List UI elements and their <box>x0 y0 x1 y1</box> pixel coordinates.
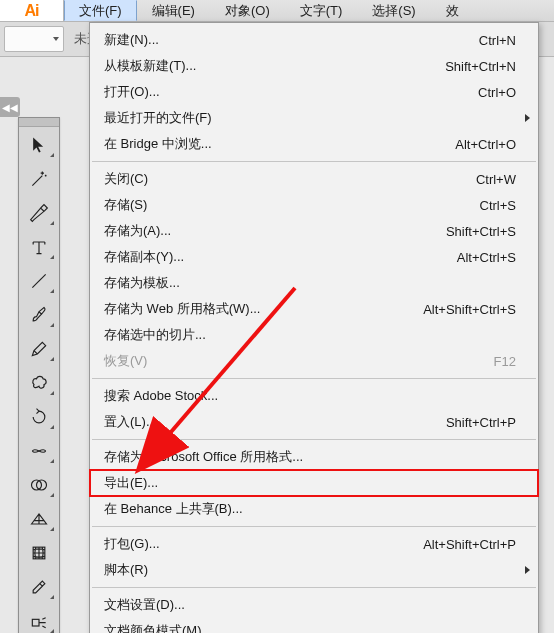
menu-item[interactable]: 文档颜色模式(M) <box>90 618 538 633</box>
menu-item-label: 存储(S) <box>104 196 480 214</box>
eyedropper-tool[interactable] <box>20 570 58 603</box>
line-tool[interactable] <box>20 264 58 297</box>
shape-builder-tool[interactable] <box>20 468 58 501</box>
panel-collapse-tab[interactable]: ◀◀ <box>0 97 20 117</box>
menu-item-label: 存储副本(Y)... <box>104 248 457 266</box>
menubar-item[interactable]: 效 <box>431 0 474 21</box>
menu-item[interactable]: 置入(L)...Shift+Ctrl+P <box>90 409 538 435</box>
collapse-glyph: ◀◀ <box>2 102 18 113</box>
menu-item[interactable]: 新建(N)...Ctrl+N <box>90 27 538 53</box>
menu-item-label: 搜索 Adobe Stock... <box>104 387 516 405</box>
menu-item-label: 文档设置(D)... <box>104 596 516 614</box>
menu-separator <box>92 378 536 379</box>
menu-item-shortcut: Alt+Shift+Ctrl+S <box>423 302 516 317</box>
menu-item-label: 存储为模板... <box>104 274 516 292</box>
menu-item[interactable]: 打开(O)...Ctrl+O <box>90 79 538 105</box>
mesh-tool[interactable] <box>20 536 58 569</box>
menu-item-label: 脚本(R) <box>104 561 516 579</box>
blob-brush-tool[interactable] <box>20 366 58 399</box>
menu-item-label: 在 Behance 上共享(B)... <box>104 500 516 518</box>
menu-separator <box>92 526 536 527</box>
rotate-tool[interactable] <box>20 400 58 433</box>
menu-item[interactable]: 从模板新建(T)...Shift+Ctrl+N <box>90 53 538 79</box>
menubar-item[interactable]: 编辑(E) <box>137 0 210 21</box>
menu-item-label: 存储为 Web 所用格式(W)... <box>104 300 423 318</box>
menu-item-label: 文档颜色模式(M) <box>104 622 516 633</box>
menu-separator <box>92 439 536 440</box>
menu-item[interactable]: 搜索 Adobe Stock... <box>90 383 538 409</box>
pencil-tool[interactable] <box>20 332 58 365</box>
menu-item[interactable]: 存储为(A)...Shift+Ctrl+S <box>90 218 538 244</box>
menubar: Ai 文件(F)编辑(E)对象(O)文字(T)选择(S)效 <box>0 0 554 22</box>
menu-item-label: 存储为 Microsoft Office 所用格式... <box>104 448 516 466</box>
menu-item-shortcut: Ctrl+W <box>476 172 516 187</box>
magic-wand-tool[interactable] <box>20 162 58 195</box>
menu-item-shortcut: Shift+Ctrl+N <box>445 59 516 74</box>
menu-item-label: 关闭(C) <box>104 170 476 188</box>
menu-item-label: 导出(E)... <box>104 474 516 492</box>
control-dropdown[interactable] <box>4 26 64 52</box>
app-logo: Ai <box>0 0 64 21</box>
menu-item-label: 在 Bridge 中浏览... <box>104 135 455 153</box>
submenu-arrow-icon <box>525 566 530 574</box>
menu-item-shortcut: Alt+Ctrl+O <box>455 137 516 152</box>
svg-rect-3 <box>32 619 39 626</box>
menu-item-shortcut: Alt+Shift+Ctrl+P <box>423 537 516 552</box>
menubar-item[interactable]: 选择(S) <box>357 0 430 21</box>
perspective-grid-tool[interactable] <box>20 502 58 535</box>
menu-item[interactable]: 文档设置(D)... <box>90 592 538 618</box>
pen-tool[interactable] <box>20 196 58 229</box>
menu-item-label: 存储为(A)... <box>104 222 446 240</box>
menu-separator <box>92 161 536 162</box>
menu-item[interactable]: 脚本(R) <box>90 557 538 583</box>
tools-panel <box>18 117 60 633</box>
menu-item-label: 置入(L)... <box>104 413 446 431</box>
menu-item: 恢复(V)F12 <box>90 348 538 374</box>
menu-item-label: 存储选中的切片... <box>104 326 516 344</box>
menu-item-shortcut: Ctrl+O <box>478 85 516 100</box>
menu-item[interactable]: 导出(E)... <box>90 470 538 496</box>
menu-item-shortcut: Alt+Ctrl+S <box>457 250 516 265</box>
menu-item-shortcut: Shift+Ctrl+P <box>446 415 516 430</box>
menu-item-label: 打包(G)... <box>104 535 423 553</box>
selection-tool[interactable] <box>20 128 58 161</box>
menu-item-shortcut: Ctrl+S <box>480 198 516 213</box>
menu-item[interactable]: 存储为 Web 所用格式(W)...Alt+Shift+Ctrl+S <box>90 296 538 322</box>
menu-item[interactable]: 在 Bridge 中浏览...Alt+Ctrl+O <box>90 131 538 157</box>
type-tool[interactable] <box>20 230 58 263</box>
menu-item-label: 打开(O)... <box>104 83 478 101</box>
menu-item-shortcut: Shift+Ctrl+S <box>446 224 516 239</box>
menu-item[interactable]: 存储副本(Y)...Alt+Ctrl+S <box>90 244 538 270</box>
menu-item[interactable]: 在 Behance 上共享(B)... <box>90 496 538 522</box>
menu-item-label: 恢复(V) <box>104 352 494 370</box>
menubar-item[interactable]: 对象(O) <box>210 0 285 21</box>
paintbrush-tool[interactable] <box>20 298 58 331</box>
menubar-item[interactable]: 文字(T) <box>285 0 358 21</box>
menu-item[interactable]: 存储选中的切片... <box>90 322 538 348</box>
tools-grip[interactable] <box>19 118 59 127</box>
menu-separator <box>92 587 536 588</box>
menu-item[interactable]: 存储为模板... <box>90 270 538 296</box>
menu-item-label: 从模板新建(T)... <box>104 57 445 75</box>
menu-item-shortcut: F12 <box>494 354 516 369</box>
menu-item-label: 新建(N)... <box>104 31 479 49</box>
menu-item[interactable]: 关闭(C)Ctrl+W <box>90 166 538 192</box>
menubar-item[interactable]: 文件(F) <box>64 0 137 21</box>
submenu-arrow-icon <box>525 114 530 122</box>
app-logo-text: Ai <box>25 2 39 20</box>
width-tool[interactable] <box>20 434 58 467</box>
file-menu: 新建(N)...Ctrl+N从模板新建(T)...Shift+Ctrl+N打开(… <box>89 22 539 633</box>
menu-item-label: 最近打开的文件(F) <box>104 109 516 127</box>
menu-item[interactable]: 存储为 Microsoft Office 所用格式... <box>90 444 538 470</box>
menu-item-shortcut: Ctrl+N <box>479 33 516 48</box>
menu-item[interactable]: 最近打开的文件(F) <box>90 105 538 131</box>
menu-item[interactable]: 打包(G)...Alt+Shift+Ctrl+P <box>90 531 538 557</box>
symbol-sprayer-tool[interactable] <box>20 604 58 633</box>
menu-item[interactable]: 存储(S)Ctrl+S <box>90 192 538 218</box>
